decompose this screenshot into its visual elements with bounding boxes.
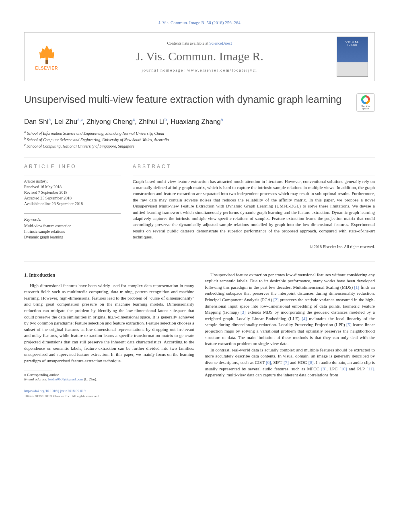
svg-rect-0 [45, 60, 48, 64]
ref-link-2[interactable]: [2] [274, 297, 279, 302]
ref-link-6[interactable]: [6] [266, 360, 271, 365]
article-title: Unsupervised multi-view feature extracti… [24, 93, 349, 106]
affiliation-c: c School of Computing, National Universi… [24, 143, 375, 149]
author-4: Zhihui Lib [139, 118, 167, 125]
ref-link-5[interactable]: [5] [346, 322, 352, 327]
ref-link-10[interactable]: [10] [339, 366, 347, 371]
article-info-heading: ARTICLE INFO [24, 164, 121, 169]
keyword-1: Multi-view feature extraction [24, 223, 121, 229]
check-updates-badge[interactable]: Check forupdates [356, 93, 375, 112]
author-3: Zhiyong Chengc [86, 118, 135, 125]
ref-link-9[interactable]: [9] [321, 366, 327, 371]
intro-paragraph-2: Unsupervised feature extraction generate… [205, 272, 375, 347]
journal-homepage: journal homepage: www.elsevier.com/locat… [70, 68, 329, 72]
footer-copyright: 1047-3203/© 2018 Elsevier Inc. All right… [24, 394, 194, 399]
intro-paragraph-3: In contrast, real-world data is actually… [205, 347, 375, 378]
keywords-block: Keywords: Multi-view feature extraction … [24, 217, 121, 240]
history-received: Received 16 May 2018 [24, 184, 121, 190]
affiliations: a School of Information Science and Engi… [24, 130, 375, 150]
ref-link-4[interactable]: [4] [302, 316, 307, 321]
section-1-heading: 1. Introduction [24, 272, 194, 279]
contents-available-text: Contents lists available at ScienceDirec… [70, 41, 329, 45]
divider [24, 261, 375, 261]
affiliation-a: a School of Information Science and Engi… [24, 130, 375, 136]
homepage-url[interactable]: www.elsevier.com/locate/jvci [187, 68, 257, 72]
history-label: Article history: [24, 179, 121, 184]
keyword-2: Intrinsic sample relations [24, 229, 121, 234]
ref-link-11[interactable]: [11] [366, 366, 374, 371]
header-citation: J. Vis. Commun. Image R. 56 (2018) 256–2… [24, 20, 375, 25]
history-online: Available online 26 September 2018 [24, 201, 121, 207]
article-history: Article history: Received 16 May 2018 Re… [24, 179, 121, 207]
elsevier-tree-icon [36, 43, 58, 65]
journal-name: J. Vis. Commun. Image R. [70, 49, 329, 63]
journal-banner: ELSEVIER Contents lists available at Sci… [24, 32, 375, 81]
abstract-copyright: © 2018 Elsevier Inc. All rights reserved… [133, 244, 375, 249]
keyword-3: Dynamic graph learning [24, 234, 121, 240]
ref-link-1[interactable]: [1] [354, 285, 359, 290]
crossmark-icon [361, 95, 370, 104]
doi-link[interactable]: https://doi.org/10.1016/j.jvcir.2018.09.… [24, 388, 194, 394]
sciencedirect-link[interactable]: ScienceDirect [209, 41, 232, 45]
ref-link-7[interactable]: [7] [284, 360, 289, 365]
author-5: Huaxiang Zhanga [171, 118, 223, 125]
elsevier-label: ELSEVIER [35, 66, 58, 70]
abstract-text: Graph-based multi-view feature extractio… [133, 179, 375, 240]
affiliation-b: b School of Computer Science and Enginee… [24, 136, 375, 143]
author-list: Dan Shia, Lei Zhua,⁎, Zhiyong Chengc, Zh… [24, 117, 375, 126]
history-revised: Revised 7 September 2018 [24, 190, 121, 195]
email-footnote: E-mail address: leizhu0608@gmail.com (L.… [24, 377, 194, 382]
ref-link-8[interactable]: [8] [309, 360, 314, 365]
history-accepted: Accepted 25 September 2018 [24, 195, 121, 201]
corresponding-author-footnote: ⁎ Corresponding author. [24, 373, 194, 378]
check-updates-label: Check forupdates [361, 105, 370, 110]
ref-link-3[interactable]: [3] [241, 310, 246, 314]
cover-text-sub: IMAGE [348, 44, 357, 46]
journal-cover-thumbnail: VISUAL IMAGE [337, 37, 368, 77]
divider [24, 158, 375, 158]
abstract-heading: ABSTRACT [133, 164, 375, 169]
footnote-separator [24, 370, 52, 370]
elsevier-logo: ELSEVIER [31, 39, 62, 75]
keywords-label: Keywords: [24, 217, 121, 222]
cover-text-top: VISUAL [346, 40, 359, 44]
intro-paragraph-1: High-dimensional features have been wide… [24, 283, 194, 364]
corresponding-email-link[interactable]: leizhu0608@gmail.com [48, 377, 83, 381]
author-2: Lei Zhua,⁎ [55, 118, 83, 125]
author-1: Dan Shia [24, 118, 51, 125]
